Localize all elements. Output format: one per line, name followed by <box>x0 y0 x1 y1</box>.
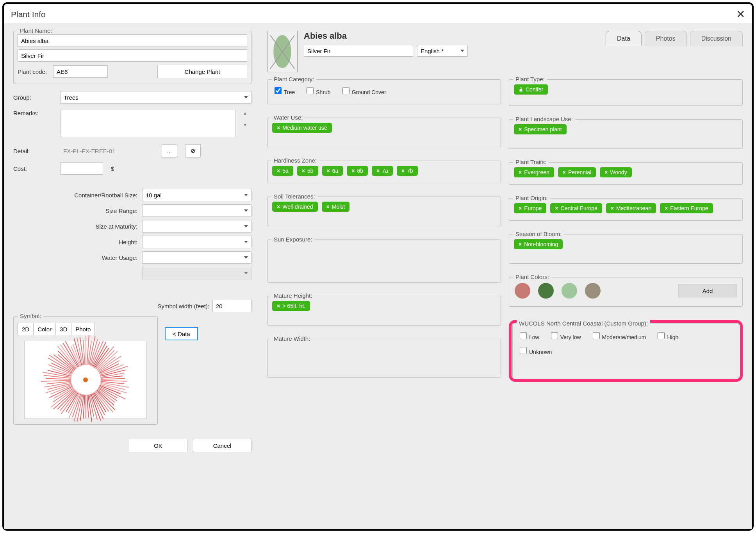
data-back-button[interactable]: < Data <box>165 327 198 340</box>
triangle-down-icon[interactable]: ▾ <box>244 122 251 128</box>
remove-icon[interactable]: × <box>277 168 280 174</box>
wucols-moderate-label[interactable]: Moderate/medium <box>591 331 646 340</box>
remove-icon[interactable]: × <box>277 125 280 131</box>
detail-clear-button[interactable]: ⊘ <box>185 144 201 157</box>
tag-soil-moist[interactable]: ×Moist <box>322 202 350 212</box>
tag-perennial[interactable]: ×Perennial <box>558 167 596 177</box>
shrub-checkbox[interactable] <box>307 87 314 94</box>
wucols-fieldset: WUCOLS North Central Coastal (Custom Gro… <box>512 324 739 378</box>
landscape-use-fieldset: Plant Landscape Use: ×Specimen plant <box>509 119 743 149</box>
plant-latin-name-input[interactable] <box>18 34 247 47</box>
color-swatch-2[interactable] <box>538 283 554 299</box>
remove-icon[interactable]: × <box>563 169 566 175</box>
tag-evergreen[interactable]: ×Evergreen <box>514 167 554 177</box>
wucols-moderate-checkbox[interactable] <box>593 332 600 339</box>
tag-zone-6a[interactable]: ×6a <box>322 166 343 176</box>
ground-checkbox-label[interactable]: Ground Cover <box>341 86 386 95</box>
ground-cover-checkbox[interactable] <box>342 87 349 94</box>
tag-origin-central-europe[interactable]: ×Central Europe <box>550 203 602 213</box>
detail-browse-button[interactable]: ... <box>162 144 177 157</box>
size-range-select[interactable] <box>142 204 251 217</box>
tree-checkbox-label[interactable]: Tree <box>273 86 295 95</box>
language-select[interactable]: English * <box>417 45 468 57</box>
remove-icon[interactable]: × <box>519 126 522 132</box>
symbol-width-input[interactable] <box>212 300 251 312</box>
hardiness-fieldset: Hardiness Zone: ×5a ×5b ×6a ×6b ×7a ×7b <box>267 161 501 183</box>
cancel-button[interactable]: Cancel <box>193 439 251 452</box>
remove-icon[interactable]: × <box>277 204 280 210</box>
remove-icon[interactable]: × <box>604 169 608 175</box>
remove-icon[interactable]: × <box>519 205 522 211</box>
remove-icon[interactable]: × <box>665 205 668 211</box>
remove-icon[interactable]: × <box>351 168 355 174</box>
remove-icon[interactable]: × <box>611 205 614 211</box>
common-name-field[interactable] <box>304 45 413 57</box>
symbol-tab-photo[interactable]: Photo <box>71 323 95 335</box>
plant-code-input[interactable] <box>53 65 108 78</box>
plant-name-label: Plant Name: <box>18 27 55 34</box>
triangle-up-icon[interactable]: ▴ <box>244 110 251 116</box>
wucols-high-label[interactable]: High <box>656 331 678 340</box>
remarks-input[interactable] <box>60 110 236 137</box>
group-select[interactable]: Trees <box>60 91 251 104</box>
tag-origin-mediterranean[interactable]: ×Mediterranean <box>606 203 656 213</box>
remove-icon[interactable]: × <box>326 204 330 210</box>
remove-icon[interactable]: × <box>302 168 305 174</box>
tag-type-conifer[interactable]: Conifer <box>514 84 548 95</box>
tab-photos[interactable]: Photos <box>645 31 687 46</box>
add-color-button[interactable]: Add <box>678 284 737 297</box>
traits-fieldset: Plant Traits: ×Evergreen ×Perennial ×Woo… <box>509 162 743 185</box>
detail-label: Detail: <box>13 148 52 154</box>
height-select[interactable] <box>142 236 251 248</box>
wucols-low-label[interactable]: Low <box>518 331 539 340</box>
tag-non-blooming[interactable]: ×Non-blooming <box>514 239 563 249</box>
tag-zone-7b[interactable]: ×7b <box>397 166 418 176</box>
ok-button[interactable]: OK <box>129 439 187 452</box>
remove-icon[interactable]: × <box>277 303 280 309</box>
size-maturity-select[interactable] <box>142 220 251 233</box>
remove-icon[interactable]: × <box>519 169 522 175</box>
cost-input[interactable] <box>60 162 103 175</box>
close-icon[interactable]: ✕ <box>736 8 745 21</box>
remarks-scroll-arrows[interactable]: ▴ ▾ <box>244 110 251 128</box>
remove-icon[interactable]: × <box>519 241 522 247</box>
tab-data[interactable]: Data <box>606 31 642 46</box>
wucols-unknown-checkbox[interactable] <box>520 347 527 354</box>
symbol-tab-2d[interactable]: 2D <box>18 323 33 335</box>
tag-origin-europe[interactable]: ×Europe <box>514 203 546 213</box>
detail-input <box>60 145 154 157</box>
change-plant-button[interactable]: Change Plant <box>157 65 247 78</box>
remove-icon[interactable]: × <box>376 168 380 174</box>
plant-symbol-icon <box>46 345 125 415</box>
water-usage-select[interactable] <box>142 251 251 264</box>
origin-fieldset: Plant Origin: ×Europe ×Central Europe ×M… <box>509 198 743 221</box>
shrub-checkbox-label[interactable]: Shrub <box>305 86 330 95</box>
tab-discussion[interactable]: Discussion <box>690 31 743 46</box>
wucols-high-checkbox[interactable] <box>658 332 665 339</box>
wucols-vlow-label[interactable]: Very low <box>549 331 581 340</box>
plant-common-name-input[interactable] <box>18 49 247 62</box>
color-swatch-1[interactable] <box>515 283 530 299</box>
tag-zone-5b[interactable]: ×5b <box>297 166 318 176</box>
tag-soil-well-drained[interactable]: ×Well-drained <box>272 202 318 212</box>
color-swatch-3[interactable] <box>562 283 577 299</box>
remove-icon[interactable]: × <box>555 205 558 211</box>
tag-zone-5a[interactable]: ×5a <box>272 166 293 176</box>
tag-zone-6b[interactable]: ×6b <box>347 166 368 176</box>
tag-specimen-plant[interactable]: ×Specimen plant <box>514 124 567 134</box>
tree-checkbox[interactable] <box>275 87 282 94</box>
remove-icon[interactable]: × <box>327 168 330 174</box>
tag-woody[interactable]: ×Woody <box>600 167 632 177</box>
remove-icon[interactable]: × <box>401 168 405 174</box>
wucols-vlow-checkbox[interactable] <box>551 332 558 339</box>
tag-origin-eastern-europe[interactable]: ×Eastern Europe <box>660 203 713 213</box>
color-swatch-4[interactable] <box>585 283 601 299</box>
wucols-low-checkbox[interactable] <box>520 332 527 339</box>
wucols-unknown-label[interactable]: Unknown <box>518 346 552 355</box>
tag-water-medium[interactable]: ×Medium water use <box>272 123 332 133</box>
tag-height-65ft[interactable]: ×> 65ft. ht. <box>272 301 310 311</box>
tag-zone-7a[interactable]: ×7a <box>372 166 393 176</box>
symbol-tab-3d[interactable]: 3D <box>55 323 71 335</box>
symbol-tab-color[interactable]: Color <box>33 323 55 335</box>
container-select[interactable]: 10 gal <box>142 189 251 201</box>
